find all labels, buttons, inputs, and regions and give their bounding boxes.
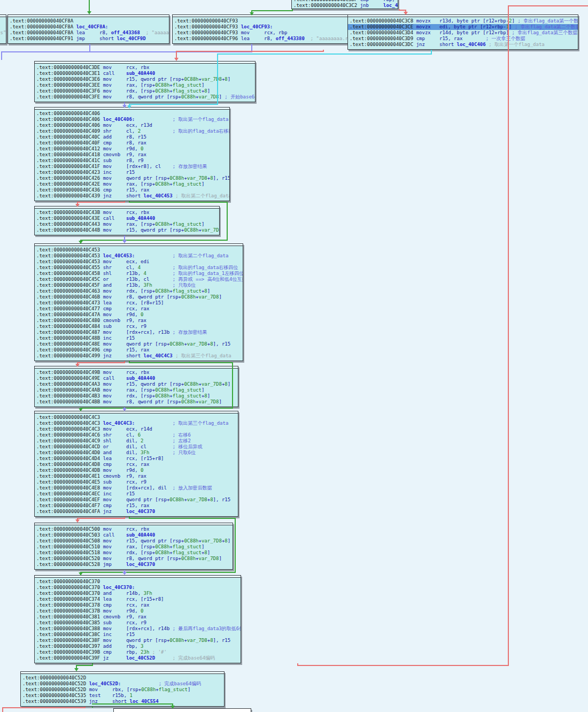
asm-line[interactable]: .text:000000000040C4EF mov qword ptr [rs… [35, 497, 238, 503]
asm-line[interactable]: .text:000000000040C453 mov ecx, edi [35, 259, 243, 265]
graph-node-40CF93[interactable]: .text:000000000040CF93 .text:00000000004… [172, 14, 349, 44]
asm-line[interactable]: .text:000000000040C3FE mov r8, qword ptr… [35, 94, 255, 100]
asm-line[interactable]: .text:000000000040CF8A [8, 18, 169, 24]
asm-line[interactable]: .text:000000000040C453 [35, 247, 243, 253]
asm-line[interactable]: .text:000000000040C453 loc_40C453: ; 取出第… [35, 253, 243, 259]
asm-line[interactable]: .text:000000000040C412 mov r9d, 0 [35, 146, 229, 152]
graph-node-40C500[interactable]: .text:000000000040C500 mov rcx, rbx.text… [34, 523, 233, 570]
asm-line[interactable]: .text:000000000040C44B mov r15, qword pt… [35, 227, 219, 233]
asm-line[interactable]: .text:000000000040C406 loc_40C406: ; 取出第… [35, 117, 229, 123]
asm-line[interactable]: .text:000000000040C370 and r14b, 3Fh [35, 591, 241, 596]
asm-line[interactable]: .text:000000000040C443 mov rax, [rsp+0C8… [35, 221, 219, 227]
asm-line[interactable]: .text:000000000040CF8A lea r8, off_44336… [8, 30, 169, 36]
ida-graph-canvas[interactable]: .text:000000000040C3BF cmp rbp, rsi.text… [0, 0, 588, 712]
asm-line[interactable]: .text:000000000040C4EC inc r15 [35, 491, 238, 497]
asm-line[interactable]: .text:000000000040C4A3 mov r15, qword pt… [35, 381, 238, 387]
asm-line[interactable]: .text:000000000040C381 cmovnb r9, rax [35, 614, 241, 620]
asm-line[interactable]: .text:000000000040C3CE movzx edi, byte p… [348, 24, 578, 30]
asm-line[interactable]: .text:000000000040C40C add r8, r15 [35, 134, 229, 140]
asm-line[interactable]: .text:000000000040C3D4 movzx r14d, byte … [348, 30, 578, 36]
asm-line[interactable]: .text:000000000040C3EE mov rax, [rsp+0C8… [35, 82, 255, 88]
asm-line[interactable]: .text:000000000040C48B inc r15 [35, 335, 243, 341]
asm-line[interactable]: .text:000000000040C3F6 mov rdx, [rsp+0C8… [35, 88, 255, 94]
asm-line[interactable]: .text:000000000040C520 mov r8, qword ptr… [35, 556, 233, 562]
asm-line[interactable]: .text:000000000040C473 lea rcx, [r8+r15] [35, 300, 243, 306]
graph-node-40C4C3[interactable]: .text:000000000040C4C3 .text:00000000004… [34, 411, 238, 517]
asm-line[interactable]: .text:000000000040C500 mov rcx, rbx [35, 526, 233, 532]
asm-line[interactable]: .text:000000000040C52D loc_40C52D: ; 完成b… [21, 681, 224, 687]
asm-line[interactable]: .text:000000000040C47A mov r9d, 0 [35, 312, 243, 318]
asm-line[interactable]: .text:000000000040C41C sub r8, r9 [35, 158, 229, 164]
asm-line[interactable]: .text:000000000040CF93 mov rcx, rbp [173, 30, 348, 36]
asm-line[interactable]: .text:000000000040C436 cmp r15, rax [35, 187, 229, 193]
asm-line[interactable]: .text:000000000040C510 mov rax, [rsp+0C8… [35, 544, 233, 550]
asm-line[interactable]: .text:000000000040C38C inc r15 [35, 632, 241, 638]
asm-line[interactable]: .text:000000000040C463 mov rdx, [rsp+0C8… [35, 288, 243, 294]
asm-line[interactable]: .text:000000000040C3C8 movzx r13d, byte … [348, 18, 578, 24]
asm-line[interactable]: .text:000000000040C423 inc r15 [35, 170, 229, 175]
asm-line[interactable]: .text:000000000040C397 add rbp, 3 [35, 644, 241, 649]
asm-line[interactable]: .text:000000000040C42E mov rax, [rsp+0C8… [35, 181, 229, 187]
asm-line[interactable]: .text:000000000040C4FA jnz loc_40C370 [35, 509, 238, 515]
asm-line[interactable]: .text:000000000040C535 test r15b, 1 [21, 693, 224, 699]
asm-line[interactable]: .text:000000000040C406 [35, 111, 229, 117]
asm-line[interactable]: .text:000000000040C439 jnz short loc_40C… [35, 193, 229, 199]
asm-line[interactable]: .text:000000000040C4AB mov rax, [rsp+0C8… [35, 387, 238, 393]
asm-line[interactable]: .text:000000000040C4C3 loc_40C4C3: ; 取出第… [35, 420, 238, 426]
asm-line[interactable]: .text:000000000040C458 shl r13b, 4 ; 取出的… [35, 271, 243, 277]
asm-line[interactable]: .text:000000000040C4F7 cmp r15, rax [35, 503, 238, 509]
asm-line[interactable]: .text:000000000040C518 mov rdx, [rsp+0C8… [35, 550, 233, 556]
graph-node-40C406[interactable]: .text:000000000040C406 .text:00000000004… [34, 107, 230, 201]
asm-line[interactable]: .text:000000000040C39B cmp rbp, 23h ; '#… [35, 649, 241, 655]
asm-line[interactable]: .text:000000000040C406 mov ecx, r13d [35, 123, 229, 128]
graph-node-40C3DE[interactable]: .text:000000000040C3DE mov rcx, rbx.text… [34, 61, 256, 102]
asm-line[interactable]: .text:000000000040C3E6 mov r15, qword pt… [35, 76, 255, 82]
asm-line[interactable]: .text:000000000040C4B3 mov rdx, [rsp+0C8… [35, 393, 238, 399]
graph-node-40C43B[interactable]: .text:000000000040C43B mov rcx, rbx.text… [34, 206, 220, 235]
asm-line[interactable]: .text:000000000040C49B mov rcx, rbx [35, 370, 238, 376]
asm-line[interactable]: .text:000000000040C477 cmp rcx, rax [35, 306, 243, 312]
asm-line[interactable]: .text:000000000040CF93 loc_40CF93: [173, 24, 348, 30]
asm-line[interactable]: .text:000000000040CF96 lea r8, off_44338… [173, 36, 348, 42]
asm-line[interactable]: .text:000000000040C4C3 mov ecx, r14d [35, 426, 238, 432]
asm-line[interactable]: .text:000000000040C385 sub rcx, r9 [35, 620, 241, 626]
graph-node-40C49B[interactable]: .text:000000000040C49B mov rcx, rbx.text… [34, 366, 238, 407]
asm-line[interactable]: .text:000000000040CF91 jmp short loc_40C… [8, 36, 169, 42]
asm-line[interactable]: .text:000000000040CF93 [173, 18, 348, 24]
asm-line[interactable]: .text:000000000040C52D mov rbx, [rsp+0C8… [21, 687, 224, 693]
asm-line[interactable]: .text:000000000040CF8A loc_40CF8A: [8, 24, 169, 30]
graph-node-40C370[interactable]: .text:000000000040C370 .text:00000000004… [34, 575, 241, 663]
asm-line[interactable]: .text:000000000040C49E call sub_40A440 [35, 376, 238, 381]
asm-line[interactable]: .text:000000000040C4C9 shl dil, 2 ; 左移2 [35, 438, 238, 444]
asm-line[interactable]: .text:000000000040C4C6 shr cl, 6 ; 右移6 [35, 432, 238, 438]
asm-line[interactable]: .text:000000000040C426 mov qword ptr [rs… [35, 175, 229, 181]
asm-line[interactable]: .text:000000000040C4CD or dil, cl ; 移位后异… [35, 444, 238, 450]
asm-line[interactable]: .text:000000000040C4BB mov r8, qword ptr… [35, 399, 238, 405]
graph-node-40CF8A[interactable]: .text:000000000040CF8A .text:00000000004… [7, 14, 169, 44]
asm-line[interactable]: .text:000000000040C370 loc_40C370: [35, 585, 241, 591]
asm-line[interactable]: .text:000000000040C3DE mov rcx, rbx [35, 65, 255, 71]
asm-line[interactable]: .text:000000000040C374 lea rcx, [r15+r8] [35, 596, 241, 602]
asm-line[interactable]: .text:000000000040C38F mov qword ptr [rs… [35, 638, 241, 644]
asm-line[interactable] [0, 18, 6, 24]
asm-line[interactable] [0, 36, 6, 42]
asm-line[interactable]: .text:000000000040C3C2 jnb loc_40CF93 [292, 3, 398, 9]
asm-line[interactable]: .text:000000000040C48E mov qword ptr [rs… [35, 341, 243, 347]
asm-line[interactable]: .text:000000000040C418 cmovnb r9, rax [35, 152, 229, 158]
asm-line[interactable]: .text:000000000040C378 cmp rcx, rax [35, 602, 241, 608]
asm-line[interactable]: .text:000000000040C388 mov [rdx+rcx], r1… [35, 626, 241, 632]
asm-line[interactable]: .text:000000000040C40F cmp r8, rax [35, 140, 229, 146]
asm-line[interactable]: .text:000000000040C3E1 call sub_40A440 [35, 71, 255, 76]
asm-line[interactable]: .text:000000000040C43B mov rcx, rbx [35, 210, 219, 216]
asm-line[interactable]: .text:000000000040C45C or r13b, cl ; 再异或… [35, 277, 243, 282]
graph-node-40C52D[interactable]: .text:000000000040C52D .text:00000000004… [20, 671, 225, 707]
graph-node-partial-bottom[interactable] [113, 708, 251, 712]
asm-line[interactable]: .text:000000000040C52D [21, 675, 224, 681]
asm-line[interactable]: .text:000000000040C4DB mov r9d, 0 [35, 468, 238, 473]
asm-line[interactable]: .text:000000000040C41F mov [rdx+r8], cl … [35, 164, 229, 170]
asm-line[interactable]: .text:000000000040C46B mov r8, qword ptr… [35, 294, 243, 300]
asm-line[interactable]: .text:000000000040C37B mov r9d, 0 [35, 608, 241, 614]
asm-line[interactable]: rs" [0, 30, 6, 36]
asm-line[interactable]: .text:000000000040C480 cmovnb r9, rax [35, 318, 243, 324]
asm-line[interactable]: .text:000000000040C4E8 mov [rdx+rcx], di… [35, 485, 238, 491]
